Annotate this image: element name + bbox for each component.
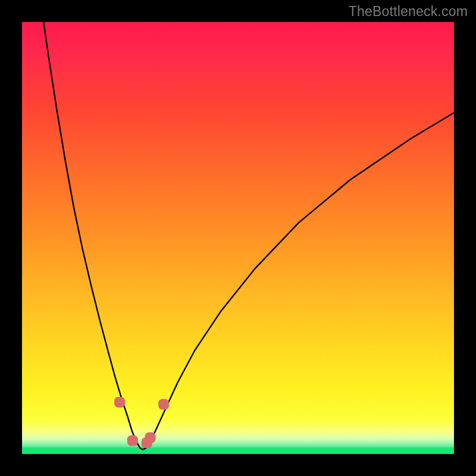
marker-right-upper [158,399,169,410]
bottleneck-curve [43,22,454,450]
marker-left-upper [114,397,125,408]
plot-area [22,22,454,454]
marker-right-lower-b [145,432,156,443]
watermark-text: TheBottleneck.com [349,4,468,20]
curve-markers [114,397,169,448]
curve-layer [22,22,454,454]
chart-frame: TheBottleneck.com [0,0,476,476]
marker-left-lower [127,435,138,446]
